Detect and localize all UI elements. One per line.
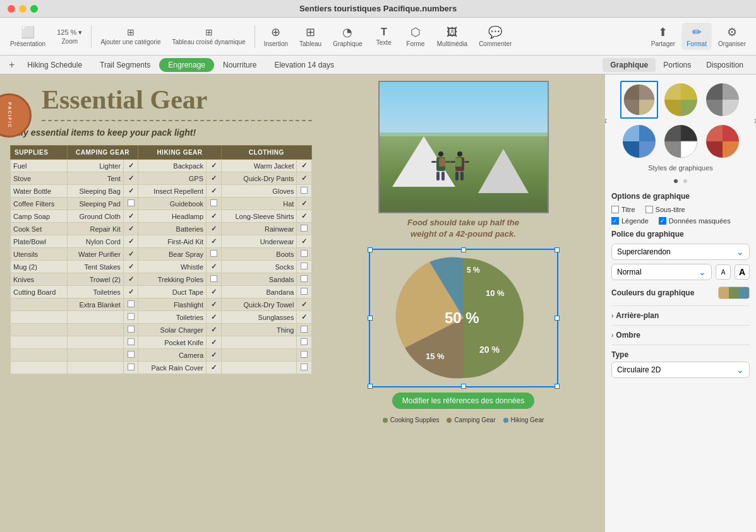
table-cell: Solar Charger [138, 324, 207, 336]
chart-label-5: 5 % [467, 266, 480, 275]
table-cell: Coffee Filters [11, 198, 68, 210]
chart-label-15: 15 % [426, 352, 445, 361]
sous-titre-checkbox[interactable] [645, 206, 653, 213]
toolbar-texte[interactable]: T Texte [369, 24, 399, 49]
toolbar-presentation[interactable]: ⬜ Présentation [5, 23, 51, 50]
titre-checkbox[interactable] [611, 206, 619, 213]
presentation-icon: ⬜ [21, 25, 35, 39]
toolbar-zoom[interactable]: 125 % ▾ Zoom [52, 26, 87, 47]
option-donnees: ✓ Données masquées [659, 217, 731, 225]
right-tab-portions[interactable]: Portions [656, 58, 699, 72]
chart-style-2[interactable] [662, 81, 700, 119]
font-name-select[interactable]: Superclarendon ⌄ [611, 244, 750, 260]
chart-style-4[interactable] [620, 122, 658, 160]
tab-nourriture[interactable]: Nourriture [214, 58, 265, 72]
table-cell: ✓ [207, 299, 222, 311]
font-style-row: Normal ⌄ A A [611, 264, 750, 280]
add-category-icon: ⊞ [127, 27, 135, 37]
legend-camping: Camping Gear [447, 417, 495, 423]
tab-trail-segments[interactable]: Trail Segments [91, 58, 159, 72]
table-cell: Flashlight [138, 299, 207, 311]
table-cell: ✓ [297, 311, 312, 324]
table-cell: Bandana [221, 286, 297, 299]
tab-elevation[interactable]: Elevation 14 days [265, 58, 343, 72]
table-cell: ✓ [207, 286, 222, 299]
organiser-icon: ⚙ [727, 25, 737, 39]
toolbar-forme[interactable]: ⬡ Forme [400, 23, 431, 50]
chart-styles-prev[interactable]: ‹ [604, 115, 607, 126]
table-cell [123, 324, 138, 336]
titre-label: Titre [621, 206, 635, 213]
colors-row: Couleurs du graphique [611, 287, 750, 299]
font-style-select[interactable]: Normal ⌄ [611, 264, 712, 280]
table-cell: Boots [221, 248, 297, 261]
table-cell: Batteries [138, 223, 207, 235]
table-cell [123, 311, 138, 324]
donnees-checkbox[interactable]: ✓ [659, 217, 666, 225]
sous-titre-label: Sous-titre [656, 206, 685, 213]
toolbar-insertion[interactable]: ⊕ Insertion [259, 23, 293, 50]
font-size-large-label: A [739, 267, 745, 277]
tab-hiking-schedule[interactable]: Hiking Schedule [18, 58, 91, 72]
right-tab-disposition[interactable]: Disposition [699, 58, 751, 72]
toolbar-partager[interactable]: ⬆ Partager [646, 23, 680, 50]
table-cell [67, 362, 123, 374]
main-content: PACIFIC Essential Gear only essential it… [0, 74, 756, 532]
color-swatches[interactable] [718, 287, 750, 299]
toolbar-format[interactable]: ✏ Format [681, 23, 712, 50]
table-cell [207, 273, 222, 286]
type-section: Type Circulaire 2D ⌄ [611, 345, 750, 383]
chart-style-3[interactable] [704, 81, 741, 119]
ombre-header[interactable]: › Ombre [611, 331, 750, 340]
type-select[interactable]: Circulaire 2D ⌄ [611, 362, 750, 378]
pivot-icon: ⊞ [205, 27, 213, 37]
tab-engrenage[interactable]: Engrenage [159, 58, 214, 72]
table-cell: Gloves [221, 185, 297, 198]
toolbar-separator [91, 25, 92, 48]
table-cell: ✓ [123, 261, 138, 273]
legend-label-camping: Camping Gear [454, 417, 495, 423]
dot-2[interactable] [683, 179, 687, 183]
toolbar-tableau[interactable]: ⊞ Tableau [294, 23, 327, 50]
table-cell: Water Bottle [11, 185, 68, 198]
hero-photo [378, 81, 549, 213]
font-size-large-btn[interactable]: A [735, 264, 750, 280]
toolbar-commenter[interactable]: 💬 Commenter [474, 23, 517, 50]
chart-style-5[interactable] [662, 122, 700, 160]
subtitle: only essential items to keep your pack l… [10, 127, 312, 138]
table-cell: Toiletries [138, 311, 207, 324]
chart-style-6[interactable] [704, 122, 741, 160]
multimedia-label: Multimédia [437, 40, 467, 47]
table-cell: Underwear [221, 235, 297, 248]
legende-checkbox[interactable]: ✓ [611, 217, 619, 225]
toolbar-add-category[interactable]: ⊞ Ajouter une catégorie [95, 25, 165, 48]
toolbar-multimedia[interactable]: 🖼 Multimédia [432, 23, 472, 50]
table-cell: ✓ [207, 311, 222, 324]
modify-references-button[interactable]: Modifier les références des données [392, 393, 534, 409]
table-cell: ✓ [297, 198, 312, 210]
right-tab-graphique[interactable]: Graphique [603, 58, 656, 72]
chart-style-1[interactable] [620, 81, 658, 119]
table-cell: Extra Blanket [67, 299, 123, 311]
legend-cooking: Cooking Supplies [383, 417, 440, 423]
close-button[interactable] [8, 5, 15, 13]
table-cell [11, 324, 68, 336]
format-label: Format [687, 40, 707, 47]
legende-label: Légende [621, 217, 649, 225]
toolbar-graphique[interactable]: ◔ Graphique [328, 23, 368, 50]
arriere-plan-header[interactable]: › Arrière-plan [611, 311, 750, 320]
gear-table: SUPPLIES CAMPING GEAR HIKING GEAR CLOTHI… [10, 145, 312, 374]
dot-1[interactable] [674, 179, 678, 183]
chart-wrapper[interactable]: 50 % 20 % 15 % 10 % 5 % [369, 249, 558, 387]
add-tab-button[interactable]: + [5, 59, 18, 71]
insertion-label: Insertion [264, 40, 288, 47]
table-cell [297, 336, 312, 349]
toolbar-pivot[interactable]: ⊞ Tableau croisé dynamique [167, 25, 250, 48]
maximize-button[interactable] [30, 5, 38, 13]
minimize-button[interactable] [19, 5, 27, 13]
table-cell [11, 311, 68, 324]
font-size-small-btn[interactable]: A [716, 264, 731, 280]
toolbar-organiser[interactable]: ⚙ Organiser [713, 23, 751, 50]
legend-label-hiking: Hiking Gear [511, 417, 544, 423]
table-cell: Stove [11, 172, 68, 185]
